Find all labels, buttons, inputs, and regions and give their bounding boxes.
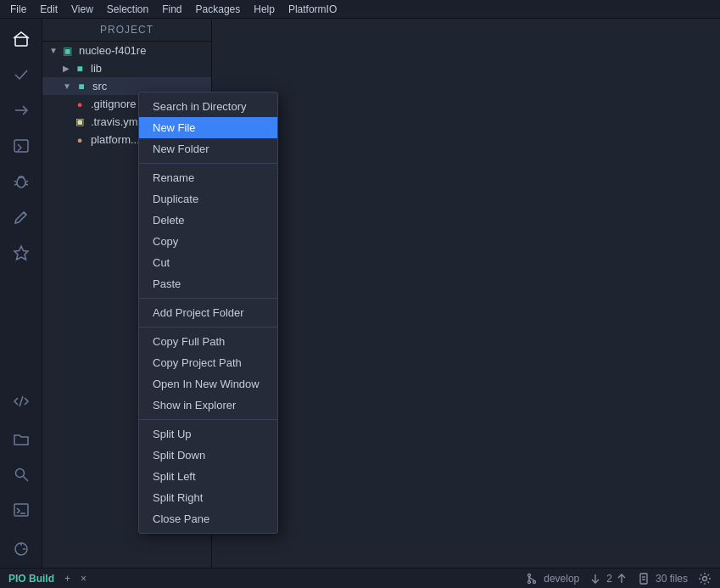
add-panel-button[interactable]: +	[64, 573, 70, 585]
folder-icon-root: ▣	[61, 46, 75, 56]
ctx-item-split-right[interactable]: Split Right	[139, 487, 277, 508]
tree-label-travis: .travis.yml	[91, 115, 141, 128]
ctx-item-duplicate[interactable]: Duplicate	[139, 188, 277, 210]
ctx-item-add-project-folder[interactable]: Add Project Folder	[139, 302, 277, 323]
tree-item-lib[interactable]: ▶ ■ lib	[42, 59, 211, 77]
sidebar-check-icon[interactable]	[4, 58, 38, 92]
menu-help[interactable]: Help	[247, 0, 282, 18]
pio-build-label: PIO Build	[8, 573, 54, 585]
file-icon-travis: ▣	[73, 117, 87, 127]
files-indicator[interactable]: 30 files	[638, 573, 688, 585]
down-count: 2	[606, 573, 612, 585]
status-bar: PIO Build + × develop 2 30 files	[0, 568, 720, 588]
ctx-item-search-in-directory[interactable]: Search in Directory	[139, 96, 277, 117]
sidebar-star-icon[interactable]	[4, 236, 38, 270]
panel-title: Project	[42, 19, 211, 42]
menu-edit[interactable]: Edit	[33, 0, 64, 18]
tree-label-gitignore: .gitignore	[91, 98, 136, 110]
ctx-item-new-file[interactable]: New File	[139, 117, 277, 138]
status-right: develop 2 30 files	[526, 572, 712, 585]
ctx-divider-after-new-folder	[139, 163, 277, 164]
ctx-item-split-left[interactable]: Split Left	[139, 466, 277, 487]
sidebar-folder-icon[interactable]	[4, 422, 38, 456]
file-icon-gitignore: ●	[73, 99, 87, 109]
menu-platformio[interactable]: PlatformIO	[282, 0, 343, 18]
file-icon-platform: ●	[73, 135, 87, 145]
ctx-item-new-folder[interactable]: New Folder	[139, 138, 277, 160]
ctx-item-copy[interactable]: Copy	[139, 231, 277, 252]
branch-indicator[interactable]: develop	[526, 573, 579, 585]
menu-file[interactable]: File	[3, 0, 33, 18]
sidebar-edit-icon[interactable]	[4, 200, 38, 234]
svg-rect-20	[640, 574, 647, 584]
menu-packages[interactable]: Packages	[189, 0, 248, 18]
sidebar-console-icon[interactable]	[4, 493, 38, 527]
svg-line-11	[23, 477, 28, 482]
ctx-divider-after-add-project-folder	[139, 327, 277, 328]
sidebar-arrow-icon[interactable]	[4, 93, 38, 127]
menu-selection[interactable]: Selection	[100, 0, 155, 18]
ctx-item-cut[interactable]: Cut	[139, 252, 277, 273]
tree-arrow-src: ▼	[63, 81, 71, 91]
tree-root-folder[interactable]: ▼ ▣ nucleo-f401re	[42, 42, 211, 59]
tree-arrow-lib: ▶	[63, 64, 70, 73]
tree-label-src: src	[92, 80, 107, 92]
files-count: 30 files	[656, 573, 688, 585]
ctx-item-close-pane[interactable]: Close Pane	[139, 508, 277, 529]
branch-name: develop	[544, 573, 579, 585]
svg-point-3	[17, 177, 25, 188]
tree-root-label: nucleo-f401re	[79, 44, 147, 57]
sidebar-search-icon[interactable]	[4, 457, 38, 491]
ctx-item-delete[interactable]: Delete	[139, 210, 277, 231]
status-left: PIO Build + ×	[8, 573, 87, 585]
sync-indicator[interactable]: 2	[589, 573, 628, 585]
ctx-divider-after-show-in-explorer	[139, 419, 277, 420]
svg-rect-2	[14, 140, 28, 152]
svg-rect-12	[14, 504, 28, 516]
svg-line-6	[14, 184, 17, 185]
settings-button[interactable]	[698, 572, 712, 585]
sidebar-bug-icon[interactable]	[4, 165, 38, 199]
menu-find[interactable]: Find	[155, 0, 188, 18]
ctx-item-show-in-explorer[interactable]: Show in Explorer	[139, 395, 277, 416]
icon-sidebar	[0, 19, 42, 568]
svg-point-19	[528, 580, 531, 583]
folder-icon-src: ■	[75, 81, 88, 92]
svg-point-17	[528, 574, 531, 576]
ctx-item-copy-project-path[interactable]: Copy Project Path	[139, 352, 277, 373]
svg-point-18	[533, 580, 536, 583]
main-layout: Project ▼ ▣ nucleo-f401re ▶ ■ lib ▼ ■ sr…	[0, 19, 720, 568]
svg-point-23	[703, 576, 707, 580]
ctx-item-copy-full-path[interactable]: Copy Full Path	[139, 331, 277, 352]
ctx-item-paste[interactable]: Paste	[139, 273, 277, 294]
ctx-item-split-up[interactable]: Split Up	[139, 423, 277, 445]
menu-view[interactable]: View	[64, 0, 100, 18]
ctx-item-split-down[interactable]: Split Down	[139, 445, 277, 466]
folder-icon-lib: ■	[73, 64, 87, 74]
tree-arrow-root: ▼	[49, 46, 58, 55]
ctx-item-rename[interactable]: Rename	[139, 167, 277, 188]
editor-area	[212, 19, 720, 568]
svg-point-10	[15, 469, 24, 478]
context-menu: Search in DirectoryNew FileNew FolderRen…	[138, 92, 278, 534]
sidebar-plug-icon[interactable]	[4, 532, 38, 566]
ctx-divider-after-paste	[139, 298, 277, 299]
svg-line-7	[25, 184, 28, 185]
sidebar-home-icon[interactable]	[4, 22, 38, 56]
sidebar-code-icon[interactable]	[4, 384, 38, 418]
svg-rect-0	[15, 37, 27, 46]
tree-label-lib: lib	[91, 62, 102, 75]
ctx-item-open-in-new-window[interactable]: Open In New Window	[139, 373, 277, 395]
sidebar-terminal-icon[interactable]	[4, 129, 38, 163]
svg-marker-8	[14, 246, 28, 260]
tree-label-platform: platform...	[91, 133, 140, 146]
menu-bar: File Edit View Selection Find Packages H…	[0, 0, 720, 19]
svg-line-9	[20, 396, 23, 406]
close-panel-button[interactable]: ×	[81, 573, 87, 585]
